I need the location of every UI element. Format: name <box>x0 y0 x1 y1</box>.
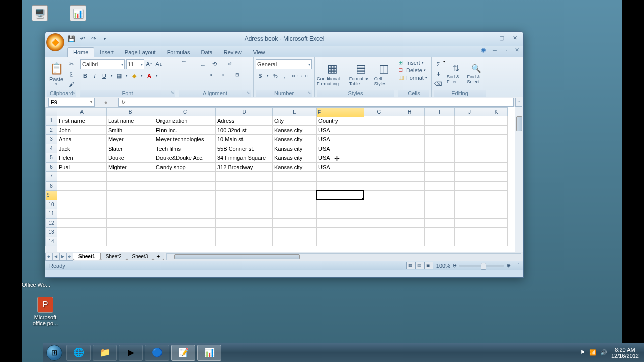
tab-data[interactable]: Data <box>195 48 218 57</box>
comma-icon[interactable]: , <box>280 71 289 80</box>
font-name-select[interactable]: Calibri▾ <box>80 59 125 69</box>
column-header-J[interactable]: J <box>455 107 485 116</box>
cell[interactable]: Country <box>317 116 364 126</box>
column-header-E[interactable]: E <box>273 107 317 116</box>
cell[interactable] <box>273 237 317 247</box>
cell[interactable] <box>455 144 485 154</box>
row-header-4[interactable]: 4 <box>45 144 57 154</box>
cell[interactable] <box>216 237 273 247</box>
cut-icon[interactable]: ✂ <box>67 60 76 69</box>
cell[interactable] <box>364 153 394 163</box>
cell[interactable] <box>273 191 317 200</box>
row-header-5[interactable]: 5 <box>45 153 57 163</box>
sort-filter-button[interactable]: ⇅Sort & Filter <box>447 58 466 90</box>
column-header-I[interactable]: I <box>425 107 455 116</box>
select-all-corner[interactable] <box>45 107 57 116</box>
cell[interactable] <box>154 182 216 191</box>
cell[interactable] <box>273 219 317 228</box>
cell[interactable] <box>57 219 107 228</box>
cell[interactable] <box>107 237 154 247</box>
cell[interactable]: John <box>57 126 107 135</box>
cell[interactable]: USA <box>317 144 364 154</box>
cell[interactable]: Meyer technologies <box>154 135 216 144</box>
cell[interactable]: Organization <box>154 116 216 126</box>
taskbar-excel-icon[interactable]: 📊 <box>197 345 221 361</box>
maximize-button[interactable]: ▢ <box>498 35 505 41</box>
cell[interactable]: Jack <box>57 144 107 154</box>
cell[interactable]: Slater <box>107 144 154 154</box>
currency-icon[interactable]: $ <box>256 71 265 80</box>
help-icon[interactable]: ◉ <box>480 47 487 53</box>
zoom-level[interactable]: 100% <box>436 263 450 269</box>
sheet-tab-1[interactable]: Sheet1 <box>73 253 101 260</box>
percent-icon[interactable]: % <box>271 71 280 80</box>
desktop-icon-powerpoint[interactable]: PMicrosoft office po... <box>28 297 63 326</box>
cell[interactable] <box>107 172 154 182</box>
cell[interactable]: USA <box>317 153 364 163</box>
column-header-B[interactable]: B <box>107 107 154 116</box>
cell[interactable] <box>425 163 455 172</box>
cell[interactable] <box>394 135 425 144</box>
cell[interactable] <box>216 228 273 237</box>
row-header-10[interactable]: 10 <box>45 200 57 210</box>
cell[interactable]: Candy shop <box>154 163 216 172</box>
clipboard-dialog-icon[interactable]: ⬂ <box>71 90 75 95</box>
decrease-indent-icon[interactable]: ⇤ <box>208 70 217 79</box>
cell[interactable] <box>107 200 154 210</box>
cell[interactable] <box>455 182 485 191</box>
clear-icon[interactable]: ⌫ <box>434 80 443 89</box>
increase-indent-icon[interactable]: ⇥ <box>217 70 226 79</box>
cell[interactable] <box>216 182 273 191</box>
cell[interactable] <box>455 153 485 163</box>
cell[interactable] <box>107 191 154 200</box>
column-header-F[interactable]: F <box>317 107 364 117</box>
cell[interactable]: Anna <box>57 135 107 144</box>
horizontal-scrollbar[interactable] <box>166 253 521 260</box>
cell[interactable]: Douke <box>107 153 154 163</box>
cell[interactable] <box>154 219 216 228</box>
cell[interactable] <box>425 200 455 210</box>
font-dialog-icon[interactable]: ⬂ <box>170 90 174 95</box>
cell[interactable] <box>364 209 394 219</box>
tab-review[interactable]: Review <box>218 48 248 57</box>
cell[interactable]: Pual <box>57 163 107 172</box>
taskbar-explorer-icon[interactable]: 📁 <box>93 345 117 361</box>
cell[interactable] <box>317 219 364 228</box>
fill-color-icon[interactable]: ◆ <box>130 71 139 80</box>
cell[interactable] <box>455 135 485 144</box>
cell[interactable] <box>455 200 485 210</box>
cell[interactable] <box>317 200 364 210</box>
fill-dropdown-icon[interactable]: ▾ <box>139 71 144 80</box>
cell[interactable] <box>485 237 508 247</box>
align-bottom-icon[interactable]: ⎵ <box>198 59 207 68</box>
row-header-6[interactable]: 6 <box>45 163 57 172</box>
start-button[interactable]: ⊞ <box>43 343 65 363</box>
cell[interactable] <box>317 191 364 200</box>
desktop-icon-excel[interactable]: 📊 <box>66 5 90 23</box>
align-middle-icon[interactable]: ≡ <box>189 59 198 68</box>
border-icon[interactable]: ▦ <box>115 71 124 80</box>
align-right-icon[interactable]: ≡ <box>198 70 207 79</box>
cell[interactable] <box>455 191 485 200</box>
conditional-formatting-button[interactable]: ▦Conditional Formatting <box>317 58 348 90</box>
doc-restore-icon[interactable]: ▫ <box>502 47 509 53</box>
qat-dropdown-icon[interactable]: ▾ <box>101 35 109 43</box>
close-button[interactable]: ✕ <box>511 35 518 41</box>
delete-cells-button[interactable]: ⊟Delete▾ <box>398 67 429 73</box>
minimize-button[interactable]: ─ <box>485 35 492 41</box>
cell[interactable]: 34 Finnigan Square <box>216 153 273 163</box>
paste-button[interactable]: 📋Paste▾ <box>47 58 65 90</box>
cell[interactable]: Kansas city <box>273 144 317 154</box>
zoom-out-icon[interactable]: ⊖ <box>452 262 457 269</box>
cell[interactable] <box>485 144 508 154</box>
cell[interactable] <box>57 200 107 210</box>
font-size-select[interactable]: 11▾ <box>126 59 144 69</box>
office-button[interactable]: 🔶 <box>46 33 64 51</box>
cell[interactable] <box>216 172 273 182</box>
alignment-dialog-icon[interactable]: ⬂ <box>247 90 251 95</box>
cell[interactable] <box>455 163 485 172</box>
cell[interactable] <box>216 200 273 210</box>
fontcolor-dropdown-icon[interactable]: ▾ <box>154 71 159 80</box>
redo-icon[interactable]: ↷ <box>90 35 98 43</box>
cell[interactable] <box>364 144 394 154</box>
